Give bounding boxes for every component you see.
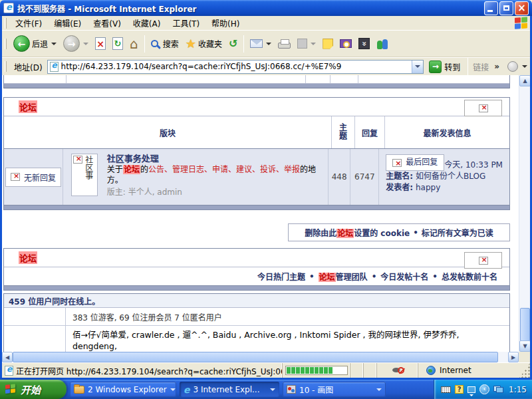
top-posters-total-link[interactable]: 总发帖数前十名 — [442, 271, 497, 282]
hot-topics-link[interactable]: 今日热门主题 — [257, 271, 305, 282]
status-page-icon — [5, 366, 13, 376]
dot-separator: • — [413, 228, 418, 237]
board-topic-links[interactable]: 公告、管理日志、申请、建议、投诉、举报 — [148, 165, 300, 174]
taskbar-button-ie[interactable]: e 3 Internet Expl... — [180, 382, 279, 397]
help-tray-icon[interactable] — [455, 385, 464, 394]
forum-table: 论坛 版块 主题 回复 最新发表信息 无新回复 — [3, 97, 510, 210]
notes-button[interactable] — [320, 37, 336, 51]
network-tray-icon[interactable] — [493, 386, 503, 393]
board-icon-box[interactable]: 社区事 — [71, 154, 98, 196]
stop-icon — [95, 37, 106, 50]
horizontal-scroll-thumb[interactable] — [13, 352, 498, 362]
browser-window: 文件(F) 编辑(E) 查看(V) 收藏(A) 工具(T) 帮助(H) 后退 — [0, 16, 532, 380]
home-button[interactable] — [127, 35, 141, 53]
moderators-line[interactable]: 版主: 半个人, admin — [107, 187, 328, 198]
scroll-left-button[interactable] — [2, 352, 13, 362]
taskbar-button-paint[interactable]: 10 - 画图 — [283, 382, 386, 397]
scroll-right-button[interactable] — [508, 352, 519, 362]
edit-dropdown-icon — [311, 43, 316, 45]
menu-file[interactable]: 文件(F) — [9, 16, 48, 30]
menu-view[interactable]: 查看(V) — [87, 16, 127, 30]
mail-button[interactable] — [247, 38, 274, 49]
menu-tools[interactable]: 工具(T) — [166, 16, 205, 30]
vertical-scroll-thumb[interactable] — [520, 308, 530, 341]
taskbar-button-label: 2 Windows Explorer — [88, 385, 167, 394]
taskbar-button-explorer[interactable]: 2 Windows Explorer — [70, 382, 176, 397]
vertical-scrollbar[interactable] — [519, 75, 530, 352]
toolbar-grip[interactable] — [5, 39, 7, 49]
forum-section-title[interactable]: 论坛 — [19, 100, 37, 113]
last-reply-button[interactable]: 最后回复 — [386, 154, 444, 171]
maximize-button[interactable] — [499, 1, 513, 15]
broken-image-icon — [11, 173, 20, 181]
download-manager-button[interactable] — [356, 37, 372, 51]
status-empty-pane-1 — [350, 363, 364, 378]
edit-icon — [297, 39, 307, 49]
stop-button[interactable] — [92, 36, 108, 51]
messenger-button[interactable] — [374, 37, 392, 51]
start-button[interactable]: 开始 — [0, 380, 66, 399]
menubar-grip[interactable] — [5, 18, 7, 29]
history-button[interactable] — [226, 36, 240, 51]
address-input[interactable]: http://64.233.179.104/search?q=cache:riY… — [47, 60, 424, 74]
scroll-up-button[interactable] — [519, 75, 530, 86]
collapse-image-placeholder-2[interactable] — [464, 252, 502, 269]
security-zone-pane: Internet — [418, 363, 519, 378]
go-button[interactable]: 转到 — [426, 61, 463, 73]
links-label[interactable]: 链接 — [473, 61, 489, 72]
last-poster-link[interactable]: happy — [416, 183, 440, 192]
scroll-down-button[interactable] — [519, 340, 530, 352]
menu-edit[interactable]: 编辑(E) — [48, 16, 87, 30]
research-button[interactable] — [337, 38, 354, 49]
no-new-replies-label: 无新回复 — [24, 172, 56, 183]
back-button[interactable]: 后退 — [11, 34, 59, 53]
favorites-button[interactable]: 收藏夹 — [183, 35, 225, 52]
horizontal-scrollbar[interactable] — [2, 352, 519, 362]
collapse-image-placeholder[interactable] — [464, 100, 502, 116]
board-title-link[interactable]: 社区事务处理 — [107, 154, 328, 164]
close-button[interactable] — [515, 1, 529, 15]
scrollbar-corner — [519, 352, 530, 362]
keyboard-tray-icon[interactable] — [441, 386, 451, 393]
delete-cookie-link[interactable]: 删除由此论坛设置的 cookie — [305, 227, 410, 238]
last-poster-line: 发表者: happy — [386, 182, 503, 194]
links-chevron-icon[interactable] — [491, 62, 499, 71]
online-users-row: 佰→仔√简单爱, crawler.de , 遛^.^, Baidu , Arch… — [4, 326, 509, 352]
privacy-report-pane[interactable] — [377, 363, 418, 378]
zone-label: Internet — [440, 366, 471, 375]
management-team-link[interactable]: 论坛管理团队 — [319, 271, 368, 282]
refresh-button[interactable] — [110, 36, 126, 51]
cookie-actions-box: 删除由此论坛设置的 cookie • 标记所有文章为已读 — [288, 223, 510, 241]
mail-icon — [250, 39, 263, 48]
links-section-header: 论坛 — [4, 249, 509, 267]
menu-help[interactable]: 帮助(H) — [205, 16, 245, 30]
refresh-icon — [112, 37, 123, 50]
minimize-button[interactable] — [484, 1, 498, 15]
forward-dropdown-icon — [83, 43, 88, 45]
forum-section-title-2[interactable]: 论坛 — [19, 251, 37, 264]
print-button[interactable] — [275, 37, 293, 50]
hide-icons-chevron[interactable] — [467, 386, 475, 393]
last-topic-link[interactable]: 如何备份个人BLOG — [416, 172, 485, 181]
throbber-dropdown-icon[interactable] — [522, 65, 527, 68]
language-bar-icon[interactable] — [479, 384, 489, 394]
forum-table-headers: 版块 主题 回复 最新发表信息 — [4, 116, 509, 149]
menu-favorites[interactable]: 收藏(A) — [127, 16, 167, 30]
close-icon — [517, 3, 526, 13]
addressbar-grip[interactable] — [5, 61, 7, 72]
mark-read-link[interactable]: 标记所有文章为已读 — [422, 227, 493, 238]
address-dropdown-button[interactable] — [412, 61, 423, 73]
forward-button[interactable] — [61, 34, 91, 53]
edit-button[interactable] — [295, 37, 319, 50]
toolbar-separator-2 — [243, 35, 244, 53]
search-button[interactable]: 搜索 — [148, 37, 182, 51]
online-stats-text: 383 位游客, 69 位注册会员 7 位匿名用户 — [66, 308, 509, 325]
scrolled-table-remnant — [3, 75, 510, 88]
top-posters-today-link[interactable]: 今日发帖十名 — [380, 271, 428, 282]
favorites-label: 收藏夹 — [198, 38, 222, 49]
forum-section-header: 论坛 — [4, 98, 509, 116]
resize-grip[interactable] — [519, 363, 530, 378]
address-label: 地址(D) — [12, 61, 45, 72]
broken-image-icon — [73, 156, 82, 164]
search-term-highlight: 论坛 — [319, 273, 336, 282]
